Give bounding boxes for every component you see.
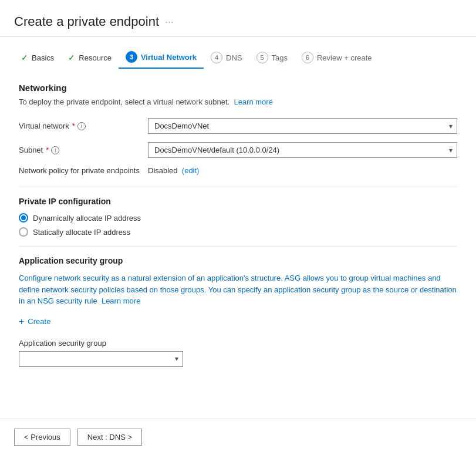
subnet-info-icon[interactable]: i <box>51 146 59 154</box>
create-private-endpoint-page: Create a private endpoint ··· ✓ Basics ✓… <box>0 0 476 455</box>
step-dns-label: DNS <box>226 53 242 62</box>
asg-title: Application security group <box>19 256 457 265</box>
asg-dropdown-label: Application security group <box>19 339 457 348</box>
step-virtual-network[interactable]: 3 Virtual Network <box>119 46 204 69</box>
page-title-text: Create a private endpoint <box>14 14 159 29</box>
asg-create-label: Create <box>28 317 50 326</box>
subnet-label: Subnet * i <box>19 146 148 154</box>
network-policy-row: Network policy for private endpoints Dis… <box>19 166 457 175</box>
plus-icon: + <box>19 316 24 327</box>
subnet-control: DocsDemoVNet/default (10.0.0.0/24) <box>148 142 457 158</box>
step-basics[interactable]: ✓ Basics <box>14 48 61 67</box>
private-ip-title: Private IP configuration <box>19 197 457 206</box>
step-basics-label: Basics <box>32 53 54 62</box>
network-policy-label: Network policy for private endpoints <box>19 166 148 175</box>
step-resource[interactable]: ✓ Resource <box>61 48 119 67</box>
next-button[interactable]: Next : DNS > <box>77 429 142 446</box>
asg-description: Configure network security as a natural … <box>19 272 457 307</box>
page-footer: < Previous Next : DNS > <box>0 419 476 455</box>
asg-select-wrapper <box>19 351 183 367</box>
radio-dynamic-circle <box>19 213 28 223</box>
subnet-select[interactable]: DocsDemoVNet/default (10.0.0.0/24) <box>148 142 457 158</box>
asg-section: Application security group Configure net… <box>19 256 457 367</box>
main-content: Networking To deploy the private endpoin… <box>0 69 476 419</box>
networking-description: To deploy the private endpoint, select a… <box>19 97 457 106</box>
virtual-network-required: * <box>72 122 75 130</box>
step-review-label: Review + create <box>317 53 372 62</box>
step-dns[interactable]: 4 DNS <box>204 47 249 68</box>
virtual-network-control: DocsDemoVNet <box>148 118 457 134</box>
virtual-network-row: Virtual network * i DocsDemoVNet <box>19 118 457 134</box>
section-divider-1 <box>19 187 457 187</box>
wizard-steps: ✓ Basics ✓ Resource 3 Virtual Network 4 … <box>0 37 476 69</box>
step-basics-check-icon: ✓ <box>21 53 28 62</box>
radio-dynamic[interactable]: Dynamically allocate IP address <box>19 213 457 223</box>
step-review-number: 6 <box>302 52 313 63</box>
asg-select[interactable] <box>19 351 183 367</box>
radio-dynamic-label: Dynamically allocate IP address <box>33 214 141 223</box>
virtual-network-label: Virtual network * i <box>19 122 148 130</box>
radio-static-circle <box>19 227 28 237</box>
step-tags[interactable]: 5 Tags <box>249 47 295 68</box>
asg-create-button[interactable]: + Create <box>19 316 50 327</box>
step-dns-number: 4 <box>211 52 222 63</box>
networking-desc-text: To deploy the private endpoint, select a… <box>19 97 229 106</box>
network-policy-value: Disabled (edit) <box>148 166 199 175</box>
private-ip-radio-group: Dynamically allocate IP address Statical… <box>19 213 457 237</box>
virtual-network-select-wrapper: DocsDemoVNet <box>148 118 457 134</box>
step-resource-check-icon: ✓ <box>68 53 75 62</box>
networking-title: Networking <box>19 83 457 93</box>
step-resource-label: Resource <box>79 53 112 62</box>
subnet-row: Subnet * i DocsDemoVNet/default (10.0.0.… <box>19 142 457 158</box>
page-header: Create a private endpoint ··· <box>0 0 476 37</box>
more-options-icon[interactable]: ··· <box>165 16 174 28</box>
step-tags-number: 5 <box>256 52 268 63</box>
asg-learn-more-link[interactable]: Learn more <box>102 296 140 305</box>
step-virtual-network-label: Virtual Network <box>141 53 197 62</box>
networking-learn-more-link[interactable]: Learn more <box>234 97 272 106</box>
subnet-select-wrapper: DocsDemoVNet/default (10.0.0.0/24) <box>148 142 457 158</box>
network-policy-edit-link[interactable]: (edit) <box>182 166 200 175</box>
step-virtual-network-number: 3 <box>126 51 137 63</box>
radio-static-label: Statically allocate IP address <box>33 228 130 237</box>
section-divider-2 <box>19 246 457 247</box>
step-tags-label: Tags <box>272 53 288 62</box>
page-title: Create a private endpoint ··· <box>14 14 462 29</box>
virtual-network-info-icon[interactable]: i <box>77 122 86 130</box>
radio-static[interactable]: Statically allocate IP address <box>19 227 457 237</box>
virtual-network-select[interactable]: DocsDemoVNet <box>148 118 457 134</box>
step-review[interactable]: 6 Review + create <box>295 47 379 68</box>
subnet-required: * <box>46 146 49 154</box>
previous-button[interactable]: < Previous <box>14 429 70 446</box>
